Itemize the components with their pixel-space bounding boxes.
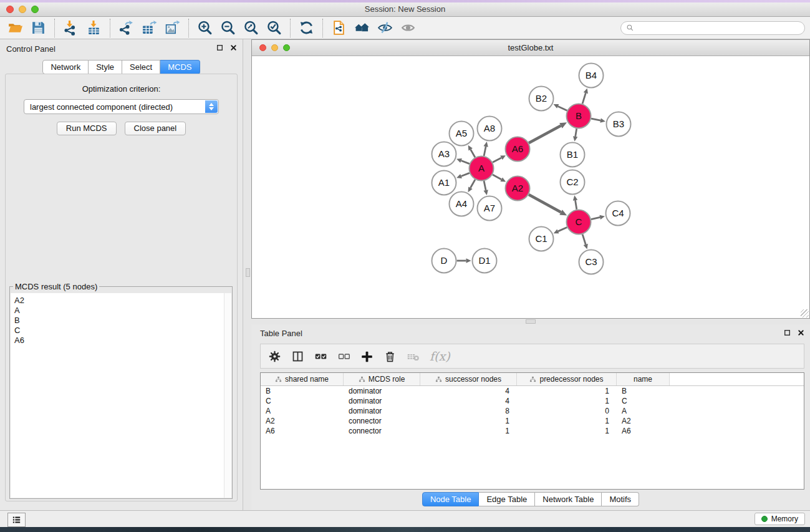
table-row[interactable]: A2connector11A2: [261, 416, 804, 426]
graph-edge-A-A5[interactable]: [471, 150, 475, 158]
table-cell[interactable]: A6: [261, 427, 344, 435]
graph-edge-C-C1[interactable]: [558, 227, 567, 231]
column-header-predecessor-nodes[interactable]: predecessor nodes: [517, 373, 617, 385]
table-cell[interactable]: B: [617, 387, 670, 395]
network-graph-canvas[interactable]: AA1A2A3A4A5A6A7A8BB1B2B3B4CC1C2C3C4DD1: [252, 56, 809, 318]
table-cell[interactable]: 1: [517, 387, 617, 395]
column-header-shared-name[interactable]: shared name: [261, 373, 344, 385]
memory-button[interactable]: Memory: [755, 513, 805, 525]
table-cell[interactable]: dominator: [344, 387, 420, 395]
refresh-button[interactable]: [296, 19, 317, 37]
unselect-all-button[interactable]: [337, 348, 350, 364]
close-panel-icon[interactable]: [797, 329, 805, 337]
search-box[interactable]: [620, 21, 805, 35]
eye-button[interactable]: [398, 19, 418, 37]
float-panel-icon[interactable]: [216, 44, 224, 52]
table-cell[interactable]: connector: [344, 417, 420, 425]
column-header-successor-nodes[interactable]: successor nodes: [420, 373, 517, 385]
graph-edge-C-C2[interactable]: [576, 200, 577, 210]
close-panel-icon[interactable]: [229, 44, 238, 52]
table-cell[interactable]: B: [261, 387, 344, 395]
table-cell[interactable]: C: [617, 397, 670, 405]
column-header-name[interactable]: name: [617, 373, 670, 385]
table-cell[interactable]: 0: [517, 407, 617, 415]
run-mcds-button[interactable]: Run MCDS: [57, 122, 117, 135]
tab-node-table[interactable]: Node Table: [422, 492, 480, 506]
table-cell[interactable]: connector: [344, 427, 420, 435]
table-row[interactable]: Bdominator41B: [261, 386, 804, 396]
export-table-button[interactable]: [139, 19, 160, 37]
mcds-result-item[interactable]: A: [14, 306, 221, 316]
criterion-dropdown[interactable]: largest connected component (directed): [24, 99, 219, 114]
zoom-fit-button[interactable]: [241, 19, 261, 37]
table-row[interactable]: A6connector11A6: [261, 426, 804, 436]
table-cell[interactable]: dominator: [344, 407, 420, 415]
tab-style[interactable]: Style: [89, 60, 122, 74]
table-row[interactable]: Adominator80A: [261, 406, 804, 416]
columns-button[interactable]: [291, 348, 304, 364]
table-cell[interactable]: 1: [420, 427, 517, 435]
graph-edge-A-A6[interactable]: [493, 158, 501, 162]
table-cell[interactable]: A2: [261, 417, 344, 425]
table-cell[interactable]: A: [261, 407, 344, 415]
table-cell[interactable]: 4: [420, 397, 517, 405]
tab-select[interactable]: Select: [122, 60, 160, 74]
export-network-button[interactable]: [116, 19, 137, 37]
graph-edge-A2-C[interactable]: [529, 195, 561, 212]
tab-mcds[interactable]: MCDS: [160, 60, 200, 74]
dropdown-stepper-icon[interactable]: [205, 100, 218, 113]
mcds-result-item[interactable]: A2: [14, 296, 221, 306]
table-cell[interactable]: A: [617, 407, 670, 415]
graph-edge-B-B1[interactable]: [576, 128, 577, 137]
export-image-button[interactable]: [162, 19, 183, 37]
result-scrollbar[interactable]: [224, 293, 231, 498]
float-panel-icon[interactable]: [783, 329, 791, 337]
zoom-out-button[interactable]: [218, 19, 238, 37]
vertical-splitter-grip[interactable]: [246, 268, 250, 277]
graph-edge-B-B2[interactable]: [558, 106, 567, 110]
graph-edge-A-A7[interactable]: [484, 181, 486, 190]
import-network-button[interactable]: [60, 19, 81, 37]
graph-edge-C-C3[interactable]: [582, 235, 586, 244]
close-panel-button[interactable]: Close panel: [125, 122, 186, 135]
zoom-in-button[interactable]: [195, 19, 215, 37]
mcds-result-item[interactable]: C: [14, 326, 221, 336]
table-cell[interactable]: 1: [517, 417, 617, 425]
graph-edge-A-A3[interactable]: [461, 161, 470, 164]
horizontal-splitter-grip[interactable]: [526, 319, 536, 324]
table-cell[interactable]: dominator: [344, 397, 420, 405]
table-cell[interactable]: 1: [517, 397, 617, 405]
select-all-button[interactable]: [314, 348, 327, 364]
table-cell[interactable]: 1: [420, 417, 517, 425]
network-view-window[interactable]: testGlobe.txt AA1A2A3A4A5A6A7A8BB1B2B3B4…: [251, 39, 810, 319]
graph-edge-A-A2[interactable]: [493, 175, 501, 180]
network-resize-grip-icon[interactable]: [801, 309, 809, 317]
table-cell[interactable]: 8: [420, 407, 517, 415]
graph-edge-B-B4[interactable]: [582, 93, 586, 104]
mcds-result-item[interactable]: B: [14, 316, 221, 326]
tab-edge-table[interactable]: Edge Table: [479, 492, 535, 506]
delete-button[interactable]: [383, 348, 397, 364]
table-cell[interactable]: C: [261, 397, 344, 405]
graph-edge-B-B3[interactable]: [591, 118, 600, 120]
graph-edge-A-A8[interactable]: [484, 147, 486, 156]
column-header-mcds-role[interactable]: MCDS role: [344, 373, 420, 385]
table-cell[interactable]: 1: [517, 427, 617, 435]
node-table[interactable]: shared nameMCDS rolesuccessor nodesprede…: [260, 372, 804, 490]
save-session-button[interactable]: [28, 19, 49, 37]
tab-network-table[interactable]: Network Table: [535, 492, 602, 506]
new-network-file-button[interactable]: [329, 19, 349, 37]
zoom-selected-button[interactable]: [264, 19, 284, 37]
graph-edge-A-A4[interactable]: [470, 180, 475, 188]
graph-edge-A-A1[interactable]: [461, 173, 470, 176]
import-table-button[interactable]: [84, 19, 104, 37]
window-titlebar[interactable]: Session: New Session: [0, 2, 810, 17]
graph-edge-C-C4[interactable]: [591, 217, 600, 219]
table-cell[interactable]: 4: [420, 387, 517, 395]
mcds-result-item[interactable]: A6: [14, 336, 221, 346]
gear-button[interactable]: [268, 348, 281, 364]
search-input[interactable]: [637, 23, 799, 33]
add-button[interactable]: [360, 348, 374, 364]
network-window-titlebar[interactable]: testGlobe.txt: [252, 40, 809, 56]
home-button[interactable]: [352, 19, 372, 37]
